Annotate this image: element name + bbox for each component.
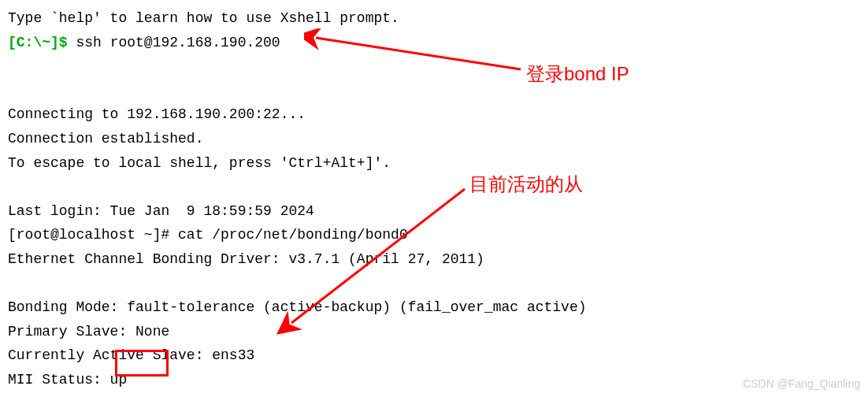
blank-line [8, 175, 860, 199]
watermark-text: CSDN @Fang_Qianling [743, 375, 860, 394]
last-login-line: Last login: Tue Jan 9 18:59:59 2024 [8, 199, 860, 224]
driver-line: Ethernet Channel Bonding Driver: v3.7.1 … [8, 247, 860, 272]
terminal-help-line: Type `help' to learn how to use Xshell p… [8, 6, 860, 31]
blank-line [8, 54, 860, 79]
terminal-prompt-line: [C:\~]$ ssh root@192.168.190.200 [8, 31, 860, 55]
annotation-current-active-slave: 目前活动的从 [469, 169, 583, 201]
mii-status-line: MII Status: up [8, 368, 860, 392]
mii-polling-line: MII Polling Interval (ms): 100 [8, 392, 860, 398]
annotation-login-bond-ip: 登录bond IP [526, 58, 629, 91]
primary-slave-line: Primary Slave: None [8, 320, 860, 344]
established-line: Connection established. [8, 127, 860, 151]
root-prompt-line: [root@localhost ~]# cat /proc/net/bondin… [8, 223, 860, 247]
ssh-command: ssh root@192.168.190.200 [76, 35, 280, 50]
blank-line [8, 79, 860, 103]
escape-line: To escape to local shell, press 'Ctrl+Al… [8, 151, 860, 176]
prompt-prefix: [C:\~]$ [8, 35, 76, 50]
blank-line [8, 272, 860, 296]
bonding-mode-line: Bonding Mode: fault-tolerance (active-ba… [8, 295, 860, 320]
connecting-line: Connecting to 192.168.190.200:22... [8, 102, 860, 127]
active-slave-line: Currently Active Slave: ens33 [8, 343, 860, 368]
